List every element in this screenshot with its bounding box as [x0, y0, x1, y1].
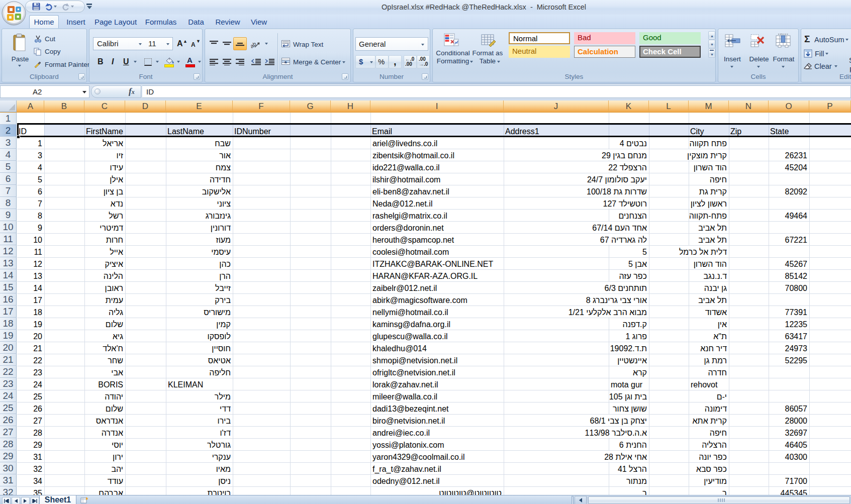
- svg-text:ab: ab: [251, 41, 257, 49]
- svg-text:a: a: [285, 60, 287, 64]
